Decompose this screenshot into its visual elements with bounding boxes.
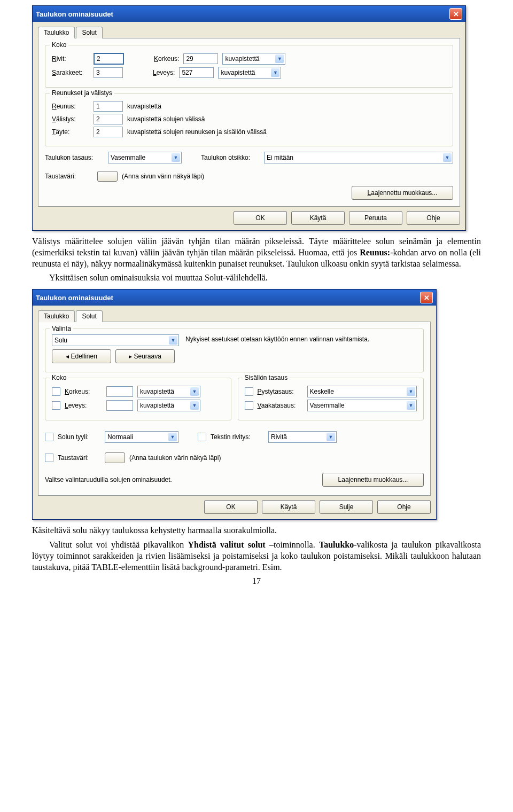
width-label: Leveys: — [65, 402, 102, 409]
chevron-down-icon: ▼ — [407, 387, 415, 396]
halign-checkbox[interactable] — [245, 401, 253, 410]
hint-text: Valitse valintaruuduilla solujen ominais… — [45, 476, 172, 483]
cell-style-select[interactable]: Normaali ▼ — [105, 431, 178, 443]
chevron-down-icon: ▼ — [169, 336, 177, 345]
bg-checkbox[interactable] — [45, 454, 53, 462]
tabs: Taulukko Solut — [38, 310, 431, 322]
border-group: Reunukset ja välistys Reunus: kuvapistet… — [45, 93, 453, 146]
width-input[interactable] — [179, 67, 214, 78]
valistys-text: kuvapistettä solujen välissä — [127, 115, 205, 123]
chevron-down-icon: ▼ — [275, 54, 284, 63]
window-title: Taulukon ominaisuudet — [36, 294, 420, 302]
cols-label: Sarakkeet: — [52, 69, 89, 76]
paragraph-block-2: Käsiteltävä solu näkyy taulukossa kehyst… — [0, 525, 513, 587]
legend: Koko — [50, 374, 68, 381]
advanced-edit-button[interactable]: Laajennettu muokkaus... — [322, 473, 424, 487]
caption-label: Taulukon otsikko: — [201, 154, 260, 161]
height-unit-select[interactable]: kuvapistettä ▼ — [222, 53, 285, 65]
content-align-group: Sisällön tasaus Pystytasaus: Keskelle ▼ … — [238, 378, 424, 420]
rows-label: Rivit: — [52, 55, 89, 63]
width-unit-select[interactable]: kuvapistettä ▼ — [218, 67, 281, 79]
advanced-edit-button[interactable]: Laajennettu muokkaus... — [352, 186, 453, 200]
prev-button[interactable]: ◂ Edellinen — [52, 349, 111, 363]
tab-taulukko[interactable]: Taulukko — [38, 27, 75, 38]
height-checkbox[interactable] — [52, 387, 60, 396]
chevron-down-icon: ▼ — [168, 433, 177, 441]
chevron-down-icon: ▼ — [271, 68, 279, 77]
align-select[interactable]: Vasemmalle ▼ — [108, 152, 182, 163]
valign-checkbox[interactable] — [245, 387, 253, 396]
bg-color-button[interactable] — [97, 171, 118, 182]
bg-text: (Anna sivun värin näkyä läpi) — [122, 173, 204, 180]
ok-button[interactable]: OK — [204, 500, 258, 514]
chevron-down-icon: ▼ — [407, 401, 415, 410]
align-label: Taulukon tasaus: — [45, 154, 104, 161]
page-number: 17 — [32, 576, 481, 587]
width-checkbox[interactable] — [52, 401, 60, 410]
help-button[interactable]: Ohje — [407, 211, 460, 225]
valign-select[interactable]: Keskelle ▼ — [307, 386, 417, 397]
bg-text: (Anna taulukon värin näkyä läpi) — [129, 454, 221, 462]
cols-input[interactable] — [94, 67, 123, 78]
tab-taulukko[interactable]: Taulukko — [38, 310, 75, 322]
titlebar[interactable]: Taulukon ominaisuudet ✕ — [33, 6, 465, 22]
caption-select[interactable]: Ei mitään ▼ — [264, 152, 453, 163]
height-label: Korkeus: — [154, 55, 179, 63]
height-label: Korkeus: — [65, 388, 102, 395]
chevron-down-icon: ▼ — [190, 387, 199, 396]
tayte-label: Täyte: — [52, 128, 89, 136]
bg-label: Taustaväri: — [45, 173, 93, 180]
reunus-label: Reunus: — [52, 103, 89, 110]
tab-solut[interactable]: Solut — [76, 310, 102, 322]
valistys-input[interactable] — [94, 114, 123, 124]
tabs: Taulukko Solut — [38, 26, 460, 38]
legend: Valinta — [50, 325, 73, 332]
halign-label: Vaakatasaus: — [258, 402, 303, 409]
chevron-down-icon: ▼ — [172, 153, 180, 162]
valign-label: Pystytasaus: — [258, 388, 303, 395]
height-unit-select[interactable]: kuvapistettä ▼ — [137, 386, 200, 397]
size-group: Koko Korkeus: kuvapistettä ▼ Leveys: — [45, 378, 231, 420]
text-wrap-checkbox[interactable] — [198, 433, 206, 441]
apply-button[interactable]: Käytä — [262, 500, 315, 514]
ok-button[interactable]: OK — [234, 211, 287, 225]
close-icon[interactable]: ✕ — [420, 292, 433, 303]
reunus-input[interactable] — [94, 101, 123, 112]
tayte-input[interactable] — [94, 127, 123, 137]
help-button[interactable]: Ohje — [377, 500, 431, 514]
height-input[interactable] — [183, 53, 218, 64]
legend: Koko — [50, 41, 68, 49]
chevron-down-icon: ▼ — [443, 153, 452, 162]
titlebar[interactable]: Taulukon ominaisuudet ✕ — [33, 290, 436, 306]
paragraph-block-1: Välistys määrittelee solujen väliin jääv… — [0, 236, 513, 284]
chevron-down-icon: ▼ — [327, 433, 335, 441]
reunus-text: kuvapistettä — [127, 103, 161, 110]
halign-select[interactable]: Vasemmalle ▼ — [307, 400, 417, 411]
bg-label: Taustaväri: — [58, 454, 100, 462]
cell-style-label: Solun tyyli: — [58, 433, 100, 441]
legend: Reunukset ja välistys — [50, 89, 114, 97]
text-wrap-select[interactable]: Rivitä ▼ — [268, 431, 337, 443]
width-unit-select[interactable]: kuvapistettä ▼ — [137, 400, 200, 411]
bg-color-button[interactable] — [105, 452, 125, 463]
tab-solut[interactable]: Solut — [76, 27, 102, 38]
height-input[interactable] — [106, 386, 133, 397]
valistys-label: Välistys: — [52, 115, 89, 123]
size-group: Koko Rivit: Korkeus: kuvapistettä ▼ Sara… — [45, 45, 453, 88]
tayte-text: kuvapistettä solujen reunuksen ja sisäll… — [127, 128, 267, 136]
table-properties-dialog-1: Taulukon ominaisuudet ✕ Taulukko Solut K… — [32, 5, 466, 231]
selection-group: Valinta Solu ▼ ◂ Edellinen ▸ Seuraava Ny… — [45, 329, 424, 372]
selection-select[interactable]: Solu ▼ — [52, 334, 179, 346]
table-properties-dialog-2: Taulukon ominaisuudet ✕ Taulukko Solut V… — [32, 289, 437, 520]
cell-style-checkbox[interactable] — [45, 433, 53, 441]
rows-input[interactable] — [94, 53, 124, 65]
next-button[interactable]: ▸ Seuraava — [115, 349, 175, 363]
width-label: Leveys: — [153, 69, 175, 76]
apply-button[interactable]: Käytä — [291, 211, 345, 225]
close-button[interactable]: Sulje — [320, 500, 373, 514]
chevron-down-icon: ▼ — [190, 401, 199, 410]
cancel-button[interactable]: Peruuta — [349, 211, 402, 225]
window-title: Taulukon ominaisuudet — [36, 10, 449, 18]
width-input[interactable] — [106, 400, 133, 411]
close-icon[interactable]: ✕ — [449, 8, 462, 20]
